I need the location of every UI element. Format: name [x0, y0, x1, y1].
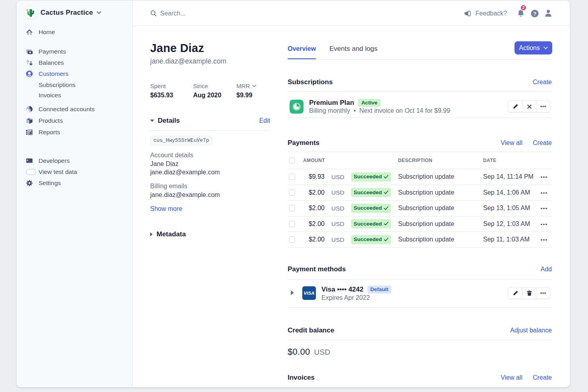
svg-text:?: ? — [533, 10, 536, 16]
